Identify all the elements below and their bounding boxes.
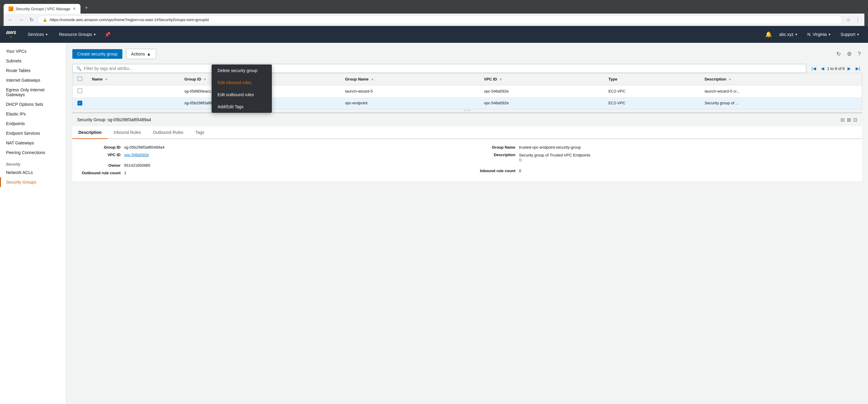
sidebar-item-your-vpcs[interactable]: Your VPCs (0, 46, 66, 56)
region-menu[interactable]: N. Virginia ▼ (805, 31, 833, 38)
detail-right-column: Group Name trusted-vpc-endpoint-security… (473, 145, 856, 175)
table-row[interactable]: ✓ sg-05b298f3af854... vpc-endpoint vpc-5… (73, 97, 862, 109)
help-button[interactable]: ? (857, 50, 862, 59)
group-id-value: sg-05b298f3af85489a4 (124, 145, 164, 150)
browser-menu-icon[interactable]: ⋮ (854, 16, 862, 24)
resource-groups-nav-item[interactable]: Resource Groups ▼ (57, 31, 99, 38)
pagination-prev-button[interactable]: ◀ (819, 65, 826, 71)
sidebar-item-security-groups[interactable]: Security Groups (0, 177, 66, 187)
row-checkbox-cell[interactable] (73, 85, 87, 97)
forward-button[interactable]: → (17, 16, 25, 24)
user-menu[interactable]: abc.xyz ▼ (777, 31, 800, 38)
region-label: N. Virginia (807, 32, 827, 37)
services-nav-item[interactable]: Services ▼ (25, 31, 51, 38)
table-header-type: Type (604, 73, 700, 85)
select-all-checkbox[interactable] (78, 76, 82, 81)
refresh-button[interactable]: ↻ (835, 50, 842, 59)
new-tab-button[interactable]: + (81, 2, 92, 13)
tab-tags[interactable]: Tags (190, 126, 211, 139)
group-name-label: Group Name (473, 145, 516, 150)
vpc-id-label: VPC ID (79, 153, 121, 157)
detail-field-inbound-count: Inbound rule count 0 (473, 168, 856, 173)
actions-dropdown-menu: Delete security group Edit inbound rules… (212, 64, 272, 113)
address-bar[interactable]: 🔒 https://console.aws.amazon.com/vpc/hom… (38, 15, 842, 24)
copy-description-icon[interactable]: ⧉ (519, 157, 522, 162)
browser-tab[interactable]: Security Groups | VPC Manage ✕ (4, 4, 81, 13)
pin-icon[interactable]: 📌 (104, 32, 111, 37)
bookmark-star-icon[interactable]: ☆ (844, 16, 852, 24)
row-checkbox-1[interactable] (78, 88, 82, 93)
table-row[interactable]: sg-058900eacc7c... launch-wizard-5 vpc-5… (73, 85, 862, 97)
table-header-vpc-id[interactable]: VPC ID ▼ (479, 73, 604, 85)
pagination-next-button[interactable]: ▶ (846, 65, 852, 71)
topnav-right: 🔔 abc.xyz ▼ N. Virginia ▼ Support ▼ (765, 31, 862, 38)
row-description-2: Security group of ... (700, 97, 862, 109)
search-input[interactable] (84, 66, 802, 71)
owner-value: 651421650985 (124, 163, 150, 167)
detail-field-owner: Owner 651421650985 (79, 163, 461, 167)
tab-description[interactable]: Description (72, 126, 107, 139)
inbound-count-value: 0 (519, 168, 521, 173)
notification-bell-icon[interactable]: 🔔 (765, 31, 772, 38)
description-value: Security group of Trusted VPC Endpoints (519, 153, 590, 157)
pagination-text: 1 to 9 of 9 (827, 66, 845, 71)
reload-button[interactable]: ↻ (28, 16, 35, 24)
tab-close-button[interactable]: ✕ (73, 7, 76, 11)
sidebar-item-dhcp[interactable]: DHCP Options Sets (0, 99, 66, 109)
url-text: https://console.aws.amazon.com/vpc/home?… (50, 18, 209, 22)
dropdown-item-add-tags[interactable]: Add/Edit Tags (212, 101, 272, 113)
actions-label: Actions (131, 52, 145, 56)
sidebar-item-route-tables[interactable]: Route Tables (0, 66, 66, 75)
detail-field-vpc-id: VPC ID vpc-548a592e (79, 153, 461, 157)
pagination-last-button[interactable]: ▶| (854, 65, 862, 71)
actions-button[interactable]: Actions ▲ (126, 49, 156, 59)
row-vpc-id-2: vpc-548a592e (479, 97, 604, 109)
detail-minimize-icon[interactable]: ⊟ (841, 117, 844, 123)
back-button[interactable]: ← (6, 16, 14, 24)
sidebar-item-elastic-ips[interactable]: Elastic IPs (0, 109, 66, 119)
group-name-value: trusted-vpc-endpoint-security-group (519, 145, 581, 150)
aws-logo[interactable]: aws 〜 (6, 30, 16, 39)
row-type-1: EC2-VPC (604, 85, 700, 97)
dropdown-item-delete[interactable]: Delete security group (212, 64, 272, 76)
create-security-group-button[interactable]: Create security group (72, 49, 122, 59)
table-header-checkbox[interactable] (73, 73, 87, 85)
sidebar-item-internet-gateways[interactable]: Internet Gateways (0, 75, 66, 85)
sidebar-item-endpoint-services[interactable]: Endpoint Services (0, 128, 66, 138)
row-name-1 (87, 85, 180, 97)
group-name-sort-icon: ▼ (371, 78, 374, 81)
search-icon: 🔍 (76, 66, 82, 71)
tab-outbound-rules[interactable]: Outbound Rules (147, 126, 189, 139)
row-checkbox-2[interactable]: ✓ (78, 101, 82, 105)
vpc-id-sort-icon: ▼ (499, 78, 502, 81)
sidebar-item-network-acls[interactable]: Network ACLs (0, 167, 66, 177)
resource-groups-label: Resource Groups (59, 32, 92, 37)
support-menu[interactable]: Support ▼ (838, 31, 862, 38)
inbound-count-label: Inbound rule count (473, 168, 516, 173)
sidebar: Your VPCs Subnets Route Tables Internet … (0, 43, 66, 404)
sidebar-item-peering[interactable]: Peering Connections (0, 148, 66, 157)
detail-field-group-id: Group ID sg-05b298f3af85489a4 (79, 145, 461, 150)
sidebar-item-endpoints[interactable]: Endpoints (0, 119, 66, 128)
dropdown-item-edit-outbound[interactable]: Edit outbound rules (212, 89, 272, 101)
sidebar-item-nat-gateways[interactable]: NAT Gateways (0, 138, 66, 148)
table-header-description[interactable]: Description ▼ (700, 73, 862, 85)
detail-icons: ⊟ ⊞ ⊡ (841, 117, 857, 123)
detail-expand-icon[interactable]: ⊞ (847, 117, 851, 123)
pagination-first-button[interactable]: |◀ (810, 65, 818, 71)
detail-content: Group ID sg-05b298f3af85489a4 VPC ID vpc… (72, 139, 862, 181)
table-header-group-name[interactable]: Group Name ▼ (340, 73, 479, 85)
dropdown-item-edit-inbound[interactable]: Edit inbound rules (212, 76, 272, 89)
sidebar-item-subnets[interactable]: Subnets (0, 56, 66, 66)
outbound-count-value: 1 (124, 170, 126, 175)
table-header-name[interactable]: Name ▼ (87, 73, 180, 85)
tab-inbound-rules[interactable]: Inbound Rules (107, 126, 147, 139)
sidebar-item-egress-gateways[interactable]: Egress Only Internet Gateways (0, 85, 66, 99)
settings-button[interactable]: ⚙ (846, 50, 853, 59)
resize-handle[interactable]: • • • (72, 109, 862, 113)
row-checkbox-cell[interactable]: ✓ (73, 97, 87, 109)
vpc-id-link[interactable]: vpc-548a592e (124, 153, 149, 157)
support-caret-icon: ▼ (857, 33, 860, 36)
description-value-container: Security group of Trusted VPC Endpoints … (519, 153, 590, 162)
detail-fullscreen-icon[interactable]: ⊡ (853, 117, 857, 123)
